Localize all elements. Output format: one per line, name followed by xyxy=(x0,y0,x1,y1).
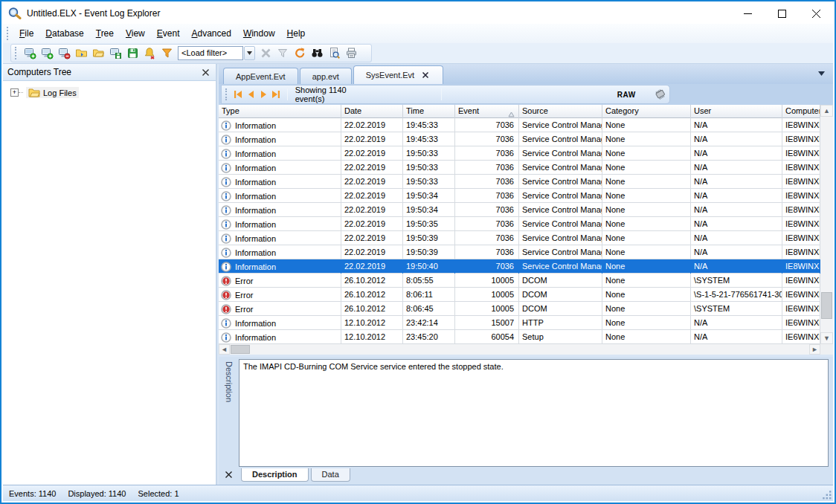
save-workspace-button[interactable] xyxy=(124,45,141,62)
cell-type: Information xyxy=(219,146,341,161)
vertical-scrollbar[interactable]: ▲ ▼ xyxy=(820,105,833,344)
next-event-button[interactable] xyxy=(257,87,270,102)
tree-expand-button[interactable]: + xyxy=(10,88,19,97)
tree-item-log-files[interactable]: + Log Files xyxy=(10,87,216,98)
menu-item-advanced[interactable]: Advanced xyxy=(185,26,237,41)
table-row[interactable]: Information12.10.201223:42:1415007HTTPNo… xyxy=(219,316,820,330)
open-log-file-button[interactable] xyxy=(73,45,90,62)
column-header-computer[interactable]: Computer xyxy=(782,105,820,118)
cell-category: None xyxy=(602,288,691,302)
raw-data-button[interactable] xyxy=(652,87,669,102)
table-row[interactable]: Information12.10.201223:45:2060054SetupN… xyxy=(219,330,820,344)
cell-computer: IE6WINXP xyxy=(782,288,820,302)
open-folder-button[interactable] xyxy=(90,45,107,62)
first-event-button[interactable] xyxy=(232,87,245,102)
table-row[interactable]: Information22.02.201919:50:357036Service… xyxy=(219,217,820,231)
tab-close-button[interactable] xyxy=(420,70,431,80)
cell-time: 19:50:39 xyxy=(403,231,455,245)
table-row[interactable]: Information22.02.201919:50:337036Service… xyxy=(219,161,820,175)
tab-sysevent.evt[interactable]: SysEvent.Evt xyxy=(353,65,443,84)
scroll-up-button[interactable]: ▲ xyxy=(820,105,833,117)
load-filter-combo[interactable]: <Load filter> xyxy=(178,46,255,60)
close-icon xyxy=(812,10,820,18)
clear-event-alerts-button[interactable] xyxy=(141,45,158,62)
table-row[interactable]: Information22.02.201919:45:337036Service… xyxy=(219,132,820,146)
load-filter-value[interactable]: <Load filter> xyxy=(178,46,243,60)
table-row[interactable]: Information22.02.201919:50:397036Service… xyxy=(219,231,820,245)
event-type-label: Information xyxy=(235,331,276,344)
column-header-time[interactable]: Time xyxy=(403,105,455,118)
cell-source: Service Control Manager xyxy=(519,118,602,132)
connect-computer-button[interactable] xyxy=(22,45,39,62)
print-preview-button[interactable] xyxy=(326,45,343,62)
cell-computer: IE6WINXP xyxy=(782,330,820,344)
menu-item-tree[interactable]: Tree xyxy=(90,26,120,41)
load-filter-dropdown-button[interactable] xyxy=(244,46,255,60)
add-computer-button[interactable] xyxy=(39,45,56,62)
column-header-category[interactable]: Category xyxy=(602,105,691,118)
menu-item-view[interactable]: View xyxy=(120,26,151,41)
menu-item-window[interactable]: Window xyxy=(237,26,281,41)
cell-user: N/A xyxy=(691,132,782,146)
resize-grip[interactable] xyxy=(822,490,832,500)
table-row[interactable]: Information22.02.201919:50:407036Service… xyxy=(219,259,820,274)
remove-computer-button[interactable] xyxy=(56,45,73,62)
table-body: Information22.02.201919:45:337036Service… xyxy=(219,118,820,344)
computers-tree-close-button[interactable] xyxy=(199,66,211,78)
cell-event: 7036 xyxy=(455,203,519,217)
scroll-left-button[interactable]: ◄ xyxy=(219,344,230,355)
cell-computer: IE8WINXP xyxy=(782,231,820,245)
clear-filter-button[interactable] xyxy=(257,45,274,62)
menu-item-database[interactable]: Database xyxy=(39,26,89,41)
table-row[interactable]: Error26.10.20128:05:5510005DCOMNone\SYST… xyxy=(219,274,820,288)
scroll-right-button[interactable]: ► xyxy=(809,344,820,355)
cell-time: 19:50:34 xyxy=(403,203,455,217)
last-event-button[interactable] xyxy=(270,87,283,102)
cell-event: 7036 xyxy=(455,132,519,146)
table-row[interactable]: Information22.02.201919:50:347036Service… xyxy=(219,203,820,217)
close-icon xyxy=(202,69,209,76)
cell-type: Information xyxy=(219,259,341,274)
cell-user: N/A xyxy=(691,161,782,175)
table-row[interactable]: Information22.02.201919:50:347036Service… xyxy=(219,189,820,203)
description-close-button[interactable] xyxy=(223,468,235,480)
menu-item-help[interactable]: Help xyxy=(281,26,312,41)
filter-button[interactable] xyxy=(158,45,176,62)
horizontal-scrollbar[interactable]: ◄ ► xyxy=(219,344,820,355)
description-tab-description[interactable]: Description xyxy=(241,468,309,482)
table-row[interactable]: Information22.02.201919:45:337036Service… xyxy=(219,118,820,132)
column-header-type[interactable]: Type xyxy=(219,105,341,118)
column-header-source[interactable]: Source xyxy=(519,105,602,118)
table-row[interactable]: Information22.02.201919:50:337036Service… xyxy=(219,175,820,189)
save-log-button[interactable] xyxy=(107,45,124,62)
cell-computer: IE6WINXP xyxy=(782,316,820,330)
table-row[interactable]: Information22.02.201919:50:337036Service… xyxy=(219,146,820,161)
column-header-date[interactable]: Date xyxy=(341,105,403,118)
menu-item-event[interactable]: Event xyxy=(151,26,186,41)
table-row[interactable]: Error26.10.20128:06:4510005DCOMNone\SYST… xyxy=(219,302,820,316)
cell-date: 12.10.2012 xyxy=(341,330,403,344)
cell-date: 22.02.2019 xyxy=(341,146,403,161)
tab-list-dropdown-button[interactable] xyxy=(815,68,827,79)
scroll-down-button[interactable]: ▼ xyxy=(820,332,833,344)
table-row[interactable]: Information22.02.201919:50:397036Service… xyxy=(219,245,820,259)
print-button[interactable] xyxy=(343,45,360,62)
previous-event-button[interactable] xyxy=(245,87,257,102)
horizontal-scroll-thumb[interactable] xyxy=(231,345,250,354)
cell-type: Information xyxy=(219,316,341,330)
description-tab-data[interactable]: Data xyxy=(311,468,350,482)
table-row[interactable]: Error26.10.20128:06:1110005DCOMNone\S-1-… xyxy=(219,288,820,302)
refresh-button[interactable] xyxy=(292,45,309,62)
tab-appevent.evt[interactable]: AppEvent.Evt xyxy=(223,68,298,84)
close-button[interactable] xyxy=(799,3,833,24)
find-button[interactable] xyxy=(309,45,326,62)
maximize-button[interactable] xyxy=(765,3,799,24)
minimize-button[interactable] xyxy=(730,3,765,24)
vertical-scroll-thumb[interactable] xyxy=(821,292,832,319)
tab-app.evt[interactable]: app.evt xyxy=(300,68,352,84)
menu-item-file[interactable]: File xyxy=(13,26,39,41)
save-filter-button[interactable] xyxy=(274,45,292,62)
column-header-user[interactable]: User xyxy=(691,105,782,118)
column-header-event[interactable]: Event xyxy=(455,105,519,118)
cell-date: 22.02.2019 xyxy=(341,175,403,189)
